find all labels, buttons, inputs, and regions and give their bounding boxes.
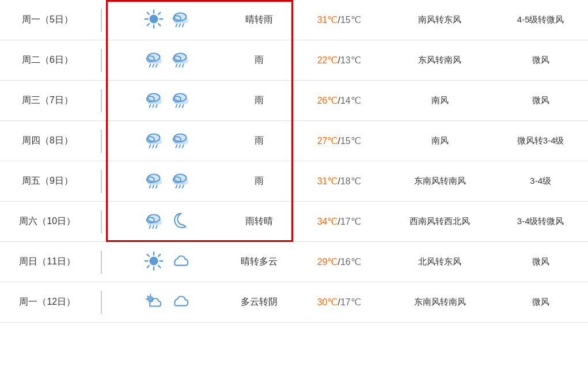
day-label: 周五（9日） bbox=[0, 161, 95, 202]
svg-line-42 bbox=[150, 145, 151, 148]
weather-desc: 晴转雨 bbox=[226, 0, 291, 40]
svg-line-30 bbox=[150, 105, 151, 108]
weather-icon-1 bbox=[143, 89, 165, 112]
weather-icons bbox=[108, 40, 226, 81]
temperature: 27℃/15℃ bbox=[291, 121, 386, 161]
wind-direction: 北风转东风 bbox=[386, 242, 493, 282]
weather-icon-1 bbox=[143, 48, 165, 72]
weather-icon-2 bbox=[169, 250, 191, 274]
divider bbox=[95, 202, 108, 242]
wind-level: 4-5级转微风 bbox=[493, 0, 588, 40]
svg-line-68 bbox=[156, 226, 157, 229]
wind-level: 3-4级 bbox=[493, 161, 588, 202]
table-row: 周六（10日） 雨转晴 34℃/17℃ bbox=[0, 202, 588, 242]
table-row: 周五（9日） bbox=[0, 161, 588, 202]
day-label: 周四（8日） bbox=[0, 121, 95, 161]
weather-desc: 雨 bbox=[226, 40, 291, 81]
temperature: 30℃/17℃ bbox=[291, 282, 386, 323]
table-row: 周一（5日） bbox=[0, 0, 588, 40]
weather-icons bbox=[108, 81, 226, 121]
weather-icon-2 bbox=[169, 8, 191, 32]
wind-direction: 东风转南风 bbox=[386, 40, 493, 81]
divider bbox=[95, 0, 108, 40]
temp-high: 34℃ bbox=[317, 217, 338, 226]
wind-direction: 东南风转南风 bbox=[386, 161, 493, 202]
table-row: 周三（7日） bbox=[0, 81, 588, 121]
weather-icons bbox=[108, 242, 226, 282]
weather-icon-1 bbox=[143, 169, 165, 193]
svg-line-55 bbox=[153, 185, 154, 188]
divider bbox=[95, 81, 108, 121]
wind-level: 微风 bbox=[493, 242, 588, 282]
wind-level: 微风 bbox=[493, 40, 588, 81]
weather-icons bbox=[108, 282, 226, 323]
svg-point-69 bbox=[150, 256, 158, 265]
weather-desc: 雨转晴 bbox=[226, 202, 291, 242]
svg-line-44 bbox=[156, 145, 157, 148]
svg-line-77 bbox=[147, 266, 149, 267]
temperature: 31℃/18℃ bbox=[291, 161, 386, 202]
divider bbox=[95, 40, 108, 81]
temperature: 29℃/16℃ bbox=[291, 242, 386, 282]
day-label: 周一（12日） bbox=[0, 282, 95, 323]
temp-low: 15℃ bbox=[340, 136, 361, 146]
wind-level: 微风转3-4级 bbox=[493, 121, 588, 161]
svg-line-25 bbox=[179, 65, 180, 67]
weather-icons bbox=[108, 202, 226, 242]
svg-line-74 bbox=[147, 255, 149, 256]
svg-line-76 bbox=[158, 255, 160, 256]
temp-high: 22℃ bbox=[317, 55, 338, 65]
weather-icon-2 bbox=[169, 48, 191, 72]
temp-high: 31℃ bbox=[317, 15, 338, 25]
svg-line-61 bbox=[179, 185, 180, 188]
svg-line-66 bbox=[150, 226, 151, 229]
temperature: 26℃/14℃ bbox=[291, 81, 386, 121]
svg-line-54 bbox=[150, 185, 151, 188]
weather-icons bbox=[108, 0, 226, 40]
svg-line-81 bbox=[147, 296, 149, 297]
svg-line-24 bbox=[176, 65, 177, 67]
svg-line-31 bbox=[153, 105, 154, 108]
weather-icon-1 bbox=[143, 250, 165, 274]
temp-high: 26℃ bbox=[317, 96, 338, 105]
weather-icon-1 bbox=[143, 210, 165, 233]
weather-icon-1 bbox=[143, 129, 165, 153]
svg-line-43 bbox=[153, 145, 154, 148]
temp-high: 31℃ bbox=[317, 176, 338, 186]
temperature: 34℃/17℃ bbox=[291, 202, 386, 242]
svg-line-60 bbox=[176, 185, 177, 188]
svg-line-62 bbox=[183, 185, 184, 188]
temp-high: 30℃ bbox=[317, 297, 338, 307]
divider bbox=[95, 282, 108, 323]
svg-line-36 bbox=[176, 105, 177, 108]
weather-icons bbox=[108, 121, 226, 161]
svg-line-19 bbox=[153, 65, 154, 67]
table-row: 周一（12日） 多云转阴 30℃/17℃ 东南风转南风 微风 bbox=[0, 282, 588, 323]
wind-direction: 南风转东风 bbox=[386, 0, 493, 40]
temp-low: 17℃ bbox=[340, 217, 361, 226]
svg-line-12 bbox=[176, 24, 177, 27]
weather-icon-2 bbox=[169, 129, 191, 153]
svg-line-20 bbox=[156, 65, 157, 67]
temp-low: 18℃ bbox=[340, 176, 361, 186]
weather-icon-1 bbox=[143, 290, 165, 314]
svg-line-50 bbox=[183, 145, 184, 148]
divider bbox=[95, 161, 108, 202]
wind-direction: 东南风转南风 bbox=[386, 282, 493, 323]
svg-line-38 bbox=[183, 105, 184, 108]
wind-direction: 西南风转西北风 bbox=[386, 202, 493, 242]
day-label: 周一（5日） bbox=[0, 0, 95, 40]
weather-icon-2 bbox=[169, 89, 191, 112]
temperature: 22℃/13℃ bbox=[291, 40, 386, 81]
svg-line-67 bbox=[153, 226, 154, 229]
weather-forecast-table: 周一（5日） bbox=[0, 0, 588, 323]
wind-direction: 南风 bbox=[386, 81, 493, 121]
day-label: 周三（7日） bbox=[0, 81, 95, 121]
weather-icons bbox=[108, 161, 226, 202]
weather-icon-2 bbox=[169, 169, 191, 193]
divider bbox=[95, 121, 108, 161]
weather-icon-2 bbox=[169, 210, 191, 233]
svg-line-8 bbox=[147, 24, 149, 25]
table-row: 周日（11日） 晴转多云 2 bbox=[0, 242, 588, 282]
svg-line-56 bbox=[156, 185, 157, 188]
